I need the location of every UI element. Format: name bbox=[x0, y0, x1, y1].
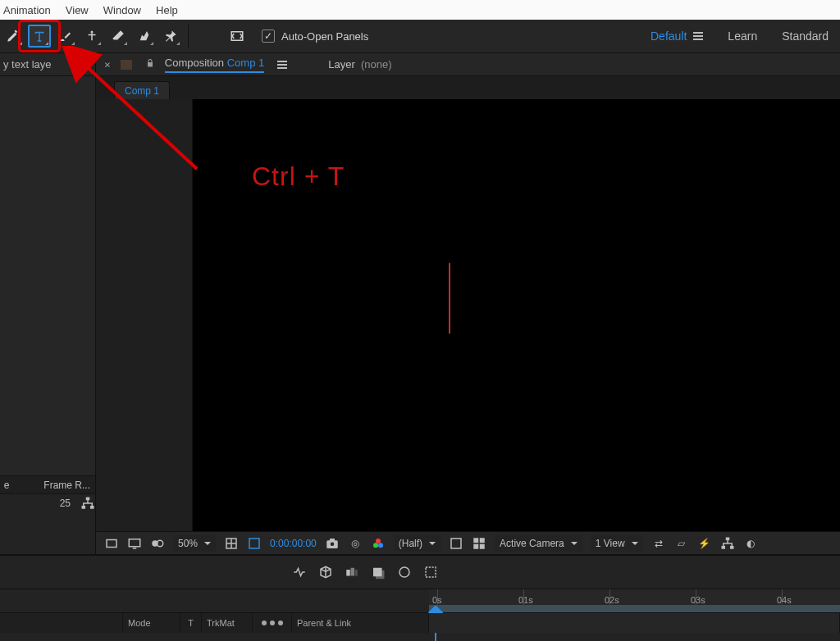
project-item-row[interactable]: 25 bbox=[0, 494, 95, 512]
composition-subtabs: Comp 1 bbox=[96, 76, 840, 99]
svg-rect-22 bbox=[721, 546, 725, 549]
menu-bar: Animation View Window Help bbox=[0, 0, 840, 20]
checkbox-checked-icon: ✓ bbox=[262, 30, 275, 43]
col-header-e: e bbox=[0, 480, 13, 491]
type-tool-icon[interactable] bbox=[28, 25, 51, 48]
svg-rect-20 bbox=[480, 543, 485, 548]
pen-tool-icon[interactable] bbox=[2, 25, 25, 48]
draft-3d-icon[interactable] bbox=[423, 565, 438, 580]
svg-rect-18 bbox=[480, 538, 485, 543]
timeline-panel: 0s 01s 02s 03s 04s Mode T TrkMat Parent … bbox=[0, 554, 840, 641]
fast-preview-icon[interactable]: ⚡ bbox=[697, 536, 712, 551]
tab-layer[interactable]: Layer (none) bbox=[328, 58, 391, 70]
svg-point-11 bbox=[331, 542, 335, 546]
menu-view[interactable]: View bbox=[66, 4, 89, 16]
timeline-track-area[interactable] bbox=[429, 613, 840, 633]
svg-rect-4 bbox=[107, 539, 116, 547]
tab-composition[interactable]: Composition Comp 1 bbox=[165, 57, 264, 73]
auto-open-panels-label: Auto-Open Panels bbox=[281, 30, 368, 43]
mask-toggle-icon[interactable] bbox=[150, 536, 165, 551]
exposure-icon[interactable]: ◐ bbox=[743, 536, 758, 551]
svg-point-30 bbox=[399, 567, 409, 577]
annotation-shortcut-text: Ctrl + T bbox=[252, 161, 345, 192]
resolution-dropdown[interactable]: (Half) bbox=[394, 535, 441, 552]
eraser-tool-icon[interactable] bbox=[107, 25, 130, 48]
col-t[interactable]: T bbox=[180, 613, 202, 633]
views-dropdown[interactable]: 1 View bbox=[591, 535, 643, 552]
menu-animation[interactable]: Animation bbox=[3, 4, 51, 16]
svg-point-14 bbox=[373, 543, 378, 548]
toggle-alpha-icon[interactable] bbox=[104, 536, 119, 551]
share-view-icon[interactable]: ⇄ bbox=[651, 536, 666, 551]
roto-brush-tool-icon[interactable] bbox=[133, 25, 156, 48]
svg-rect-17 bbox=[473, 538, 478, 543]
svg-rect-29 bbox=[376, 571, 385, 580]
svg-rect-9 bbox=[249, 539, 259, 548]
svg-rect-5 bbox=[129, 539, 140, 546]
col-header-framerate: Frame R... bbox=[38, 480, 95, 491]
col-switch-group[interactable] bbox=[253, 613, 292, 633]
col-parent-link[interactable]: Parent & Link bbox=[292, 613, 429, 633]
workspace-default[interactable]: Default bbox=[651, 30, 703, 43]
lock-icon[interactable] bbox=[145, 58, 155, 70]
flowchart-small-icon[interactable] bbox=[720, 536, 735, 551]
region-of-interest-icon[interactable] bbox=[449, 536, 463, 551]
workspace-learn[interactable]: Learn bbox=[728, 30, 757, 43]
composition-gutter bbox=[96, 99, 193, 531]
motion-blur-icon[interactable] bbox=[371, 565, 386, 580]
pixel-aspect-icon[interactable]: ▱ bbox=[674, 536, 689, 551]
puppet-pin-tool-icon[interactable] bbox=[159, 25, 182, 48]
ruler-tick-01s: 01s bbox=[518, 595, 533, 605]
auto-open-panels-toggle[interactable]: ✓ Auto-Open Panels bbox=[262, 30, 368, 43]
frame-blend-icon[interactable] bbox=[345, 565, 359, 580]
graph-editor-icon[interactable] bbox=[397, 565, 412, 580]
clone-stamp-tool-icon[interactable] bbox=[80, 25, 103, 48]
brush-tool-icon[interactable] bbox=[54, 25, 77, 48]
panel-toggle-icon[interactable] bbox=[226, 25, 249, 48]
project-header-text: y text laye bbox=[3, 58, 52, 70]
svg-point-15 bbox=[378, 543, 383, 548]
svg-rect-12 bbox=[330, 539, 335, 541]
svg-rect-3 bbox=[90, 506, 94, 509]
svg-rect-25 bbox=[346, 570, 350, 576]
subtab-comp1[interactable]: Comp 1 bbox=[114, 81, 170, 99]
menu-window[interactable]: Window bbox=[103, 4, 141, 16]
svg-rect-0 bbox=[231, 32, 243, 41]
timeline-column-headers: Mode T TrkMat Parent & Link bbox=[0, 613, 840, 641]
snapshot-icon[interactable] bbox=[325, 536, 340, 551]
workspace-switcher: Default Learn Standard bbox=[651, 30, 840, 43]
shy-toggle-icon[interactable] bbox=[292, 565, 307, 580]
svg-rect-19 bbox=[473, 543, 478, 548]
svg-point-32 bbox=[262, 621, 267, 625]
transparency-grid-icon[interactable] bbox=[247, 536, 262, 551]
timeline-ruler[interactable]: 0s 01s 02s 03s 04s bbox=[0, 589, 840, 613]
resolution-grid-icon[interactable] bbox=[224, 536, 239, 551]
project-item-framerate: 25 bbox=[38, 498, 80, 509]
svg-point-13 bbox=[376, 539, 381, 543]
zoom-dropdown[interactable]: 50% bbox=[173, 535, 216, 552]
tool-bar: ✓ Auto-Open Panels Default Learn Standar… bbox=[0, 20, 840, 52]
workspace-standard[interactable]: Standard bbox=[782, 30, 829, 43]
grid-guides-icon[interactable] bbox=[472, 536, 486, 551]
project-panel-header: y text laye » bbox=[0, 53, 95, 76]
hamburger-icon bbox=[693, 32, 703, 40]
col-mode[interactable]: Mode bbox=[123, 613, 180, 633]
project-list: e Frame R... 25 bbox=[0, 475, 95, 554]
flowchart-icon[interactable] bbox=[80, 496, 95, 511]
camera-dropdown[interactable]: Active Camera bbox=[495, 535, 582, 552]
project-columns-header[interactable]: e Frame R... bbox=[0, 476, 95, 494]
svg-point-33 bbox=[270, 621, 275, 625]
channel-icon[interactable] bbox=[371, 536, 386, 551]
close-panel-icon[interactable]: × bbox=[104, 58, 111, 70]
3d-layer-icon[interactable] bbox=[318, 565, 333, 580]
show-snapshot-icon[interactable]: ◎ bbox=[348, 536, 363, 551]
composition-thumb-icon bbox=[121, 60, 132, 70]
monitor-icon[interactable] bbox=[127, 536, 142, 551]
col-trkmat[interactable]: TrkMat bbox=[202, 613, 253, 633]
menu-help[interactable]: Help bbox=[156, 4, 178, 16]
composition-canvas[interactable]: Ctrl + T bbox=[193, 99, 840, 531]
panel-menu-icon[interactable] bbox=[277, 61, 287, 69]
viewer-timecode[interactable]: 0:00:00:00 bbox=[270, 538, 317, 549]
svg-rect-2 bbox=[82, 506, 86, 509]
work-area-bar[interactable] bbox=[429, 605, 840, 612]
